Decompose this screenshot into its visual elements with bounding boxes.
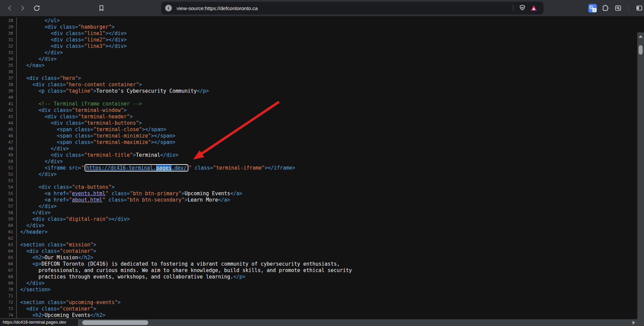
source-line-46: 46 <span class="terminal-minimize"></spa… xyxy=(0,133,637,139)
line-number: 67 xyxy=(0,267,17,274)
source-token: </a> xyxy=(218,197,230,203)
horizontal-scrollbar-thumb[interactable] xyxy=(82,320,148,325)
line-number: 50 xyxy=(0,158,17,165)
source-token: </nav> xyxy=(20,62,44,68)
line-number: 51 xyxy=(0,165,17,171)
source-token: > xyxy=(139,82,142,88)
source-line-43: 43 <div class="terminal-header"> xyxy=(0,114,637,120)
line-number: 74 xyxy=(0,312,17,319)
sidebar-button[interactable] xyxy=(634,2,644,14)
source-token: "container" xyxy=(60,248,93,254)
search-card-button[interactable] xyxy=(612,2,624,14)
source-link[interactable]: .dev/ xyxy=(172,165,187,171)
line-content: <div class="hamburger"> xyxy=(17,24,115,30)
line-content: <p class="tagline">Toronto's Cybersecuri… xyxy=(17,88,209,94)
reload-button[interactable] xyxy=(31,2,42,14)
address-text[interactable]: view-source:https://defcontoronto.ca xyxy=(177,5,258,11)
source-token: " xyxy=(102,197,105,203)
line-content: <div class="container"> xyxy=(17,306,96,312)
source-token: <span class= xyxy=(20,139,93,145)
line-content: </section> xyxy=(17,287,51,293)
source-link[interactable]: https://dc416-terminal. xyxy=(86,165,156,171)
line-content: <div class="hero-content container"> xyxy=(17,82,142,88)
source-token: <section class= xyxy=(20,299,66,305)
extension-button[interactable] xyxy=(600,2,611,14)
line-content: </div> xyxy=(17,280,44,287)
source-token: </div> xyxy=(20,171,57,177)
source-line-30: 30 <div class="line1"></div> xyxy=(0,30,637,37)
line-content: </ul> xyxy=(17,18,60,24)
line-content xyxy=(17,293,20,299)
source-token: > xyxy=(78,75,81,81)
source-token: "terminal-header" xyxy=(78,114,130,120)
line-number: 69 xyxy=(0,280,17,287)
horizontal-scrollbar[interactable] xyxy=(0,319,644,326)
source-token: <iframe src= xyxy=(20,165,81,171)
source-line-36: 36 xyxy=(0,69,637,75)
line-number: 54 xyxy=(0,184,17,190)
forward-button[interactable] xyxy=(17,2,28,14)
source-line-64: 64 <div class="container"> xyxy=(0,248,637,255)
line-content: <h2>Upcoming Events</h2> xyxy=(17,312,105,319)
source-link[interactable]: about.html xyxy=(72,197,102,203)
source-line-41: 41 <!-- Terminal iframe container --> xyxy=(0,101,637,107)
source-line-63: 63<section class="mission"> xyxy=(0,242,637,248)
source-line-56: 56 <a href="about.html" class="btn btn-s… xyxy=(0,197,637,203)
source-token: ></span> xyxy=(142,126,166,132)
vertical-scrollbar-thumb[interactable] xyxy=(639,45,643,55)
line-content: </div> xyxy=(17,171,57,178)
line-content: <div class="container"> xyxy=(17,248,96,255)
line-number: 45 xyxy=(0,126,17,133)
line-number: 64 xyxy=(0,248,17,255)
source-token: <span class= xyxy=(20,133,93,139)
brave-shields-button[interactable] xyxy=(517,2,528,14)
site-info-icon[interactable]: i xyxy=(165,5,172,11)
line-content: <a href="events.html" class="btn btn-pri… xyxy=(17,190,242,197)
source-token: "line2" xyxy=(84,37,105,43)
back-button[interactable] xyxy=(4,2,16,14)
line-content: <div class="line2"></div> xyxy=(17,37,127,43)
line-number: 38 xyxy=(0,82,17,88)
translate-button[interactable]: G文 xyxy=(587,2,598,14)
source-token: "btn btn-secondary" xyxy=(127,197,185,203)
source-token: <div class= xyxy=(20,30,84,36)
source-line-57: 57 </div> xyxy=(0,203,637,210)
line-content: <div class="terminal-title">Terminal</di… xyxy=(17,152,179,158)
source-line-61: 61</header> xyxy=(0,229,637,235)
source-token: > xyxy=(182,190,185,197)
source-token: ></iframe> xyxy=(265,165,295,171)
source-token: <div class= xyxy=(20,120,84,126)
line-content: <div class="line3"></div> xyxy=(17,43,127,50)
source-token: class= xyxy=(192,165,213,171)
vertical-scrollbar[interactable] xyxy=(637,32,644,326)
source-line-65: 65 <h2>Our Mission</h2> xyxy=(0,255,637,261)
source-token: <div class= xyxy=(20,82,66,88)
line-number: 59 xyxy=(0,216,17,223)
source-link[interactable]: pages xyxy=(156,165,171,171)
source-token: Upcoming Events xyxy=(185,190,230,197)
scroll-right-arrow-icon[interactable] xyxy=(633,321,635,325)
line-content: <div class="digital-rain"></div> xyxy=(17,216,130,223)
line-number: 41 xyxy=(0,101,17,107)
brave-shield-icon xyxy=(518,4,526,12)
source-token: Toronto's Cybersecurity Community xyxy=(96,88,197,94)
line-number: 32 xyxy=(0,43,17,50)
source-line-74: 74 <h2>Upcoming Events</h2> xyxy=(0,312,637,319)
line-number: 70 xyxy=(0,287,17,293)
line-content: <div class="line1"></div> xyxy=(17,30,127,37)
line-number: 46 xyxy=(0,133,17,139)
source-line-38: 38 <div class="hero-content container"> xyxy=(0,82,637,88)
bookmark-button[interactable] xyxy=(96,2,107,14)
source-token: <div class= xyxy=(20,114,78,120)
brave-rewards-button[interactable] xyxy=(528,2,540,14)
scroll-up-arrow-icon[interactable] xyxy=(639,35,643,38)
back-icon xyxy=(6,4,14,12)
source-token: practices through events, workshops, and… xyxy=(20,274,233,280)
find-highlight-box[interactable]: https://dc416-terminal.pages.dev/ xyxy=(85,164,188,172)
source-token: </div> xyxy=(20,146,69,152)
address-bar[interactable]: i view-source:https://defcontoronto.ca xyxy=(161,2,544,14)
source-token: Terminal xyxy=(136,152,160,158)
source-line-45: 45 <span class="terminal-close"></span> xyxy=(0,126,637,133)
toolbar-extensions-area: G文 xyxy=(587,2,644,14)
source-link[interactable]: events.html xyxy=(72,190,105,197)
